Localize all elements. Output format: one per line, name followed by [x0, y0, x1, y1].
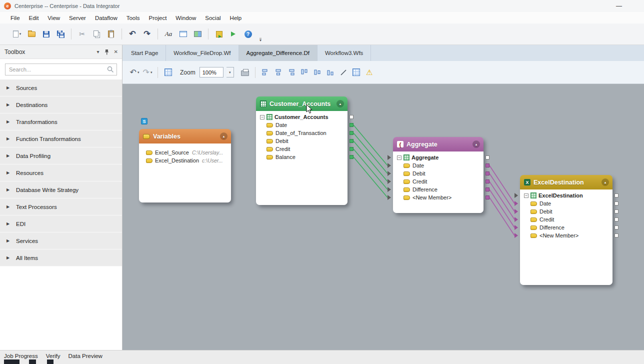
tree-root-row[interactable]: − Customer_Accounts: [256, 113, 348, 121]
output-port[interactable]: [614, 218, 618, 222]
run-dataflow-button[interactable]: [228, 28, 240, 40]
search-input[interactable]: [5, 64, 117, 76]
tree-field-row[interactable]: Date: [520, 200, 612, 208]
tree-field-row[interactable]: Debit: [393, 170, 484, 178]
menu-dataflow[interactable]: Dataflow: [90, 15, 122, 21]
input-port[interactable]: [514, 233, 520, 238]
input-port[interactable]: [514, 225, 520, 230]
tree-field-row[interactable]: Difference: [393, 186, 484, 194]
new-button[interactable]: ▾: [11, 28, 23, 40]
help-button[interactable]: ?: [242, 28, 254, 40]
menu-project[interactable]: Project: [144, 15, 172, 21]
layout-panes-button[interactable]: [192, 28, 204, 40]
connection-wire[interactable]: [490, 166, 514, 204]
connection-wire[interactable]: [354, 157, 388, 198]
dataflow-node-excel-destination[interactable]: X ExcelDestination ▲ − ExcelDestination …: [520, 175, 612, 285]
tree-field-row[interactable]: Difference: [520, 224, 612, 232]
tree-field-row[interactable]: Balance: [256, 153, 348, 161]
toolbox-category-resources[interactable]: ▶Resources: [0, 164, 122, 182]
menu-file[interactable]: File: [6, 15, 24, 21]
redo-button[interactable]: ↷: [141, 28, 153, 40]
menu-server[interactable]: Server: [64, 15, 90, 21]
grid-select-button[interactable]: [163, 66, 173, 78]
expander-icon[interactable]: −: [524, 194, 528, 198]
toolbox-category-function-transformations[interactable]: ▶Function Transformations: [0, 130, 122, 148]
close-button[interactable]: ✕: [114, 49, 118, 54]
input-port[interactable]: [514, 193, 520, 198]
align-right-button[interactable]: [286, 66, 296, 78]
output-port[interactable]: [486, 156, 490, 160]
connection-wire[interactable]: [354, 133, 388, 174]
form-designer-button[interactable]: [177, 28, 189, 40]
expander-icon[interactable]: −: [260, 115, 264, 120]
minimize-button[interactable]: —: [612, 2, 626, 10]
save-all-button[interactable]: [54, 28, 66, 40]
collapse-button[interactable]: ▲: [472, 140, 480, 148]
output-port[interactable]: [486, 172, 490, 176]
toolbox-category-data-profiling[interactable]: ▶Data Profiling: [0, 148, 122, 164]
dataflow-node-customer-accounts[interactable]: Customer_Accounts ▲ − Customer_Accounts …: [256, 96, 348, 205]
connection-wire[interactable]: [490, 198, 514, 236]
connection-wire[interactable]: [354, 125, 388, 166]
undo-button[interactable]: ↶: [126, 28, 138, 40]
output-port[interactable]: [486, 196, 490, 200]
input-port[interactable]: [514, 209, 520, 214]
export-excel-button[interactable]: [213, 28, 225, 40]
collapse-button[interactable]: ▲: [602, 178, 609, 186]
input-port[interactable]: [514, 201, 520, 206]
verify-warnings-button[interactable]: ⚠: [364, 66, 374, 78]
toolbox-category-text-processors[interactable]: ▶Text Processors: [0, 198, 122, 216]
tree-field-row[interactable]: Date_of_Transaction: [256, 129, 348, 137]
connection-wire[interactable]: [354, 141, 388, 182]
print-button[interactable]: [240, 66, 250, 78]
toolbox-category-services[interactable]: ▶Services: [0, 232, 122, 250]
output-port[interactable]: [350, 123, 354, 127]
tab-workflow3[interactable]: Workflow3.Wfs: [318, 45, 371, 61]
output-port[interactable]: [614, 210, 618, 214]
tab-start-page[interactable]: Start Page: [124, 45, 166, 61]
tree-field-row[interactable]: Date: [393, 162, 484, 170]
output-port[interactable]: [614, 226, 618, 230]
toolbox-category-sources[interactable]: ▶Sources: [0, 80, 122, 96]
tree-field-row[interactable]: Debit: [256, 137, 348, 145]
tree-root-row[interactable]: − ExcelDestination: [520, 192, 612, 200]
align-bottom-button[interactable]: [326, 66, 336, 78]
input-port[interactable]: [514, 217, 520, 222]
zoom-select[interactable]: 100%: [200, 67, 224, 78]
toolbox-category-all-items[interactable]: ▶All Items: [0, 250, 122, 266]
align-left-button[interactable]: [260, 66, 270, 78]
tab-aggregate-difference[interactable]: Aggregate_Difference.Df: [239, 45, 318, 61]
tab-workflow-filedrop[interactable]: Workflow_FileDrop.Wf: [166, 45, 238, 61]
tree-field-row[interactable]: <New Member>: [520, 232, 612, 240]
align-middle-button[interactable]: [312, 66, 322, 78]
copy-button[interactable]: [90, 28, 102, 40]
input-port[interactable]: [388, 155, 394, 160]
output-port[interactable]: [614, 234, 618, 238]
open-button[interactable]: [26, 28, 38, 40]
toolbox-category-database-write-strategy[interactable]: ▶Database Write Strategy: [0, 182, 122, 198]
menu-view[interactable]: View: [43, 15, 64, 21]
zoom-dropdown-button[interactable]: ▾: [226, 67, 234, 78]
dataflow-node-variables[interactable]: Variables ▲ Excel_Source C:\Userslay... …: [139, 129, 231, 202]
tree-field-row[interactable]: Credit: [520, 216, 612, 224]
variable-row[interactable]: Excel_Destination c:\User...: [139, 156, 231, 164]
auto-layout-button[interactable]: [352, 66, 362, 78]
s-badge[interactable]: S: [141, 118, 148, 124]
tree-field-row[interactable]: Credit: [393, 178, 484, 186]
menu-help[interactable]: Help: [226, 15, 246, 21]
node-header[interactable]: Variables ▲: [139, 129, 231, 144]
output-port[interactable]: [614, 194, 618, 198]
input-port[interactable]: [388, 195, 394, 200]
align-center-button[interactable]: [274, 66, 284, 78]
expander-icon[interactable]: −: [397, 156, 402, 160]
variable-row[interactable]: Excel_Source C:\Userslay...: [139, 148, 231, 156]
connection-wire[interactable]: [490, 190, 514, 228]
canvas-undo-button[interactable]: ↶▾: [130, 66, 140, 78]
paste-button[interactable]: [105, 28, 117, 40]
input-port[interactable]: [388, 187, 394, 192]
menu-social[interactable]: Social: [200, 15, 225, 21]
connection-wire[interactable]: [490, 182, 514, 220]
toolbox-category-edi[interactable]: ▶EDI: [0, 216, 122, 232]
menu-window[interactable]: Window: [171, 15, 200, 21]
tree-field-row[interactable]: Credit: [256, 145, 348, 153]
